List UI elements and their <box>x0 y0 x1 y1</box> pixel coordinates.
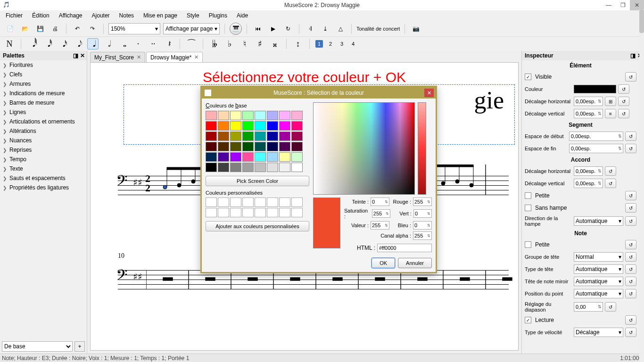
basic-color-swatch[interactable] <box>218 163 229 172</box>
reset-button[interactable]: ↺ <box>625 144 636 153</box>
alpha-input[interactable]: 255 <box>413 231 432 240</box>
basic-color-swatch[interactable] <box>242 152 254 162</box>
play-button[interactable]: ▶ <box>267 23 279 35</box>
chord-v-offset-input[interactable]: 0,00esp. <box>574 179 603 188</box>
pick-screen-color-button[interactable]: Pick Screen Color <box>206 176 309 186</box>
palette-item[interactable]: ❯Nuances <box>0 136 87 145</box>
reset-button[interactable]: ↺ <box>625 132 636 141</box>
reset-button[interactable]: ↺ <box>625 328 636 337</box>
custom-color-swatch[interactable] <box>230 208 241 217</box>
reset-button[interactable]: ↺ <box>605 179 616 188</box>
custom-color-swatch[interactable] <box>279 197 290 207</box>
basic-color-swatch[interactable] <box>267 142 278 151</box>
add-workspace-button[interactable]: + <box>74 341 85 352</box>
menu-add[interactable]: Ajouter <box>87 11 115 20</box>
inspector-undock-icon[interactable]: ◨ <box>630 52 636 59</box>
menu-plugins[interactable]: Plugins <box>204 11 232 20</box>
hue-input[interactable]: 0 <box>371 197 389 206</box>
basic-color-swatch[interactable] <box>255 142 266 151</box>
note-8th-button[interactable]: 𝅘𝅥𝅮 <box>72 38 83 49</box>
pan-button[interactable]: ⤓ <box>319 23 331 35</box>
custom-color-swatch[interactable] <box>242 208 254 217</box>
note-64th-button[interactable]: 𝅘𝅥𝅱 <box>27 38 38 49</box>
custom-color-swatch[interactable] <box>206 208 217 217</box>
menu-file[interactable]: Fichier <box>1 11 27 20</box>
basic-color-swatch[interactable] <box>291 152 303 162</box>
basic-color-swatch[interactable] <box>291 111 303 120</box>
menu-help[interactable]: Aide <box>232 11 253 20</box>
double-flat-button[interactable]: 𝄫 <box>209 38 220 49</box>
custom-color-swatch[interactable] <box>255 208 266 217</box>
natural-button[interactable]: ♮ <box>239 38 250 49</box>
blue-input[interactable]: 0 <box>413 221 432 230</box>
reset-button[interactable]: ↺ <box>605 302 616 312</box>
close-icon[interactable]: ✕ <box>194 54 198 60</box>
grid-button[interactable]: ⊞ <box>605 97 616 106</box>
palette-item[interactable]: ❯Altérations <box>0 126 87 136</box>
basic-color-swatch[interactable] <box>242 132 254 141</box>
zoom-select[interactable]: 150%▾ <box>108 23 160 34</box>
mirror-select[interactable]: Automatique▾ <box>574 277 623 286</box>
reset-button[interactable]: ↺ <box>618 84 629 94</box>
saturation-value-picker[interactable] <box>313 102 415 195</box>
visible-checkbox[interactable]: ✓ <box>525 74 531 80</box>
saturation-input[interactable]: 255 <box>372 209 390 218</box>
green-input[interactable]: 0 <box>413 209 432 218</box>
menu-layout[interactable]: Mise en page <box>139 11 182 20</box>
custom-color-swatch[interactable] <box>242 197 254 207</box>
palette-item[interactable]: ❯Reprises <box>0 145 87 155</box>
maximize-button[interactable]: ❐ <box>616 0 630 10</box>
menu-notes[interactable]: Notes <box>115 11 139 20</box>
dialog-close-button[interactable]: ✕ <box>424 89 434 97</box>
basic-color-swatch[interactable] <box>218 152 229 162</box>
chord-h-offset-input[interactable]: 0,00esp. <box>574 166 603 176</box>
palette-item[interactable]: ❯Sauts et espacements <box>0 173 87 183</box>
stemless-checkbox[interactable] <box>525 205 531 211</box>
custom-color-swatch[interactable] <box>230 197 241 207</box>
head-group-select[interactable]: Normal▾ <box>574 252 623 262</box>
basic-color-swatch[interactable] <box>255 111 266 120</box>
reset-button[interactable]: ↺ <box>605 166 616 176</box>
basic-color-swatch[interactable] <box>218 121 229 131</box>
custom-color-swatch[interactable] <box>206 197 217 207</box>
basic-color-swatch[interactable] <box>267 163 278 172</box>
reset-button[interactable]: ↺ <box>625 264 636 274</box>
basic-color-swatch[interactable] <box>218 142 229 151</box>
palette-item[interactable]: ❯Articulations et ornements <box>0 117 87 126</box>
basic-color-swatch[interactable] <box>291 121 303 131</box>
loop-button[interactable]: ↻ <box>282 23 294 35</box>
cancel-button[interactable]: Annuler <box>398 258 432 268</box>
basic-color-swatch[interactable] <box>206 111 217 120</box>
basic-color-swatch[interactable] <box>291 132 303 141</box>
note-quarter-button[interactable]: 𝅘𝅥 <box>87 38 99 49</box>
reset-button[interactable]: ↺ <box>625 203 636 213</box>
palette-item[interactable]: ❯Tempo <box>0 155 87 164</box>
reset-button[interactable]: ↺ <box>625 191 636 200</box>
sharp-button[interactable]: ♯ <box>254 38 265 49</box>
stem-direction-select[interactable]: Automatique▾ <box>574 216 623 226</box>
color-swatch[interactable] <box>574 85 616 93</box>
palette-item[interactable]: ❯Texte <box>0 164 87 173</box>
flip-button[interactable]: ↕ <box>292 38 304 49</box>
palette-item[interactable]: ❯Propriétés des ligatures <box>0 183 87 192</box>
basic-color-swatch[interactable] <box>267 111 278 120</box>
reset-button[interactable]: ↺ <box>618 109 629 118</box>
custom-color-swatch[interactable] <box>218 208 229 217</box>
note-32nd-button[interactable]: 𝅘𝅥𝅰 <box>42 38 53 49</box>
hue-slider[interactable] <box>418 102 426 195</box>
velocity-type-select[interactable]: Décalage▾ <box>574 328 623 337</box>
basic-color-swatch[interactable] <box>230 121 241 131</box>
palette-item[interactable]: ❯Fioritures <box>0 60 87 70</box>
red-input[interactable]: 255 <box>413 197 432 206</box>
basic-color-swatch[interactable] <box>255 121 266 131</box>
basic-color-swatch[interactable] <box>230 132 241 141</box>
palette-item[interactable]: ❯Indications de mesure <box>0 89 87 98</box>
voice-2-button[interactable]: 2 <box>327 40 334 48</box>
custom-color-swatch[interactable] <box>218 197 229 207</box>
custom-color-swatch[interactable] <box>255 197 266 207</box>
basic-color-swatch[interactable] <box>291 163 303 172</box>
basic-color-swatch[interactable] <box>230 142 241 151</box>
basic-color-swatch[interactable] <box>242 163 254 172</box>
basic-color-swatch[interactable] <box>279 163 290 172</box>
note-double-dot-button[interactable]: ·· <box>148 38 159 49</box>
